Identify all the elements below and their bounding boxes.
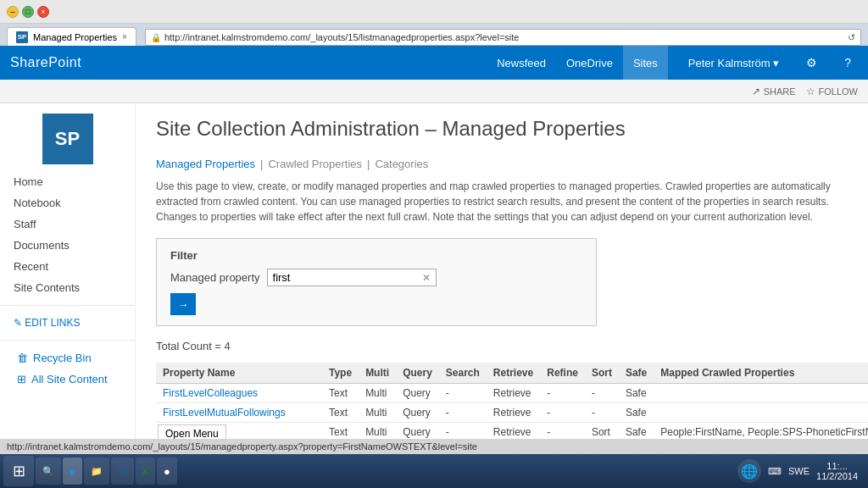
- status-bar: http://intranet.kalmstromdemo.com/_layou…: [0, 439, 868, 454]
- sort-cell-0: -: [585, 384, 619, 403]
- start-button[interactable]: ⊞: [3, 456, 34, 476]
- taskbar-chrome[interactable]: ●: [157, 458, 177, 476]
- address-bar[interactable]: 🔒 http://intranet.kalmstromdemo.com/_lay…: [145, 29, 861, 46]
- table-row: FirstLevelColleagues Text Multi Query - …: [156, 384, 868, 403]
- sidebar-brand: SP: [42, 114, 93, 164]
- sidebar-item-recycle-bin[interactable]: 🗑 Recycle Bin: [0, 347, 135, 369]
- sp-header: SharePoint Newsfeed OneDrive Sites Peter…: [0, 46, 868, 80]
- property-link-0[interactable]: FirstLevelColleagues: [163, 387, 258, 399]
- nav-newsfeed[interactable]: Newsfeed: [487, 46, 556, 80]
- col-multi: Multi: [359, 363, 396, 384]
- refresh-icon[interactable]: ↺: [848, 32, 855, 43]
- browser-titlebar: – □ ×: [0, 0, 868, 24]
- filter-label: Managed property: [170, 271, 260, 284]
- search-cell-1: -: [439, 403, 487, 423]
- sidebar-item-staff[interactable]: Staff: [0, 214, 135, 235]
- mapped-cell-1: [654, 403, 868, 423]
- tab-favicon: SP: [16, 31, 28, 43]
- multi-cell-0: Multi: [359, 384, 396, 403]
- multi-cell-1: Multi: [359, 403, 396, 423]
- address-text: http://intranet.kalmstromdemo.com/_layou…: [164, 32, 841, 42]
- sidebar-site-contents-label: Site Contents: [14, 281, 80, 294]
- taskbar-ie[interactable]: e: [63, 458, 82, 476]
- taskbar-word-icon: W: [118, 466, 126, 476]
- breadcrumb-managed-properties[interactable]: Managed Properties: [156, 158, 255, 170]
- filter-go-row: →: [170, 293, 582, 315]
- tab-title: Managed Properties: [33, 32, 117, 42]
- taskbar-excel[interactable]: X: [136, 458, 155, 476]
- sidebar-item-documents[interactable]: Documents: [0, 235, 135, 256]
- refine-cell-0: -: [540, 384, 585, 403]
- user-name: Peter Kalmström ▾: [688, 57, 779, 69]
- breadcrumb-crawled-properties[interactable]: Crawled Properties: [268, 158, 362, 170]
- follow-label: FOLLOW: [819, 86, 858, 97]
- taskbar-date-display: 11/2/2014: [816, 471, 858, 476]
- sidebar-staff-label: Staff: [14, 218, 36, 230]
- sort-cell-1: -: [585, 403, 619, 423]
- taskbar-search-icon: 🔍: [42, 466, 54, 477]
- filter-input[interactable]: [273, 271, 419, 284]
- property-name-cell: FirstLevelColleagues: [156, 384, 322, 403]
- col-safe: Safe: [619, 363, 654, 384]
- nav-sites[interactable]: Sites: [623, 46, 668, 80]
- security-icon: 🔒: [151, 33, 161, 42]
- retrieve-cell-1: Retrieve: [487, 403, 540, 423]
- sidebar-divider: [0, 305, 135, 306]
- property-link-1[interactable]: FirstLevelMutualFollowings: [163, 407, 286, 419]
- share-button[interactable]: ↗ SHARE: [752, 86, 796, 97]
- filter-clear-button[interactable]: ✕: [422, 272, 431, 284]
- recycle-bin-label: Recycle Bin: [33, 352, 92, 364]
- help-icon[interactable]: ?: [837, 56, 858, 69]
- recycle-bin-icon: 🗑: [17, 352, 28, 364]
- taskbar-chrome-icon: ●: [164, 465, 170, 477]
- col-search: Search: [439, 363, 487, 384]
- nav-onedrive[interactable]: OneDrive: [556, 46, 623, 80]
- taskbar: ⊞ 🔍 e 📁 W X ● 🌐 ⌨ SWE 11:... 11/2/2014: [0, 454, 868, 476]
- sidebar-item-recent[interactable]: Recent: [0, 256, 135, 277]
- col-sort: Sort: [585, 363, 619, 384]
- taskbar-lang: SWE: [788, 466, 810, 476]
- page-description: Use this page to view, create, or modify…: [156, 179, 834, 225]
- col-query: Query: [396, 363, 439, 384]
- close-button[interactable]: ×: [37, 6, 49, 18]
- maximize-button[interactable]: □: [22, 6, 34, 18]
- sidebar-item-site-contents[interactable]: Site Contents: [0, 277, 135, 298]
- sidebar-recent-label: Recent: [14, 260, 48, 273]
- tab-close-button[interactable]: ×: [122, 32, 127, 42]
- query-cell-1: Query: [396, 403, 439, 423]
- tab-bar: SP Managed Properties × 🔒 http://intrane…: [0, 24, 868, 46]
- sidebar: SP Home Notebook Staff Documents Recent …: [0, 103, 136, 476]
- sidebar-notebook-label: Notebook: [14, 197, 61, 209]
- sidebar-item-all-site-content[interactable]: ⊞ All Site Content: [0, 369, 135, 390]
- sidebar-divider-2: [0, 340, 135, 341]
- share-icon: ↗: [752, 86, 760, 97]
- sp-logo: SharePoint: [10, 55, 81, 70]
- settings-icon[interactable]: ⚙: [799, 56, 824, 69]
- user-menu[interactable]: Peter Kalmström ▾: [682, 57, 786, 69]
- follow-button[interactable]: ☆ FOLLOW: [806, 86, 858, 97]
- minimize-button[interactable]: –: [7, 6, 19, 18]
- refine-cell-1: -: [540, 403, 585, 423]
- type-cell-1: Text: [322, 403, 359, 423]
- table-row: FirstLevelMutualFollowings Text Multi Qu…: [156, 403, 868, 423]
- all-site-content-icon: ⊞: [17, 373, 26, 385]
- sp-nav-links: Newsfeed OneDrive Sites: [487, 46, 668, 80]
- status-url: http://intranet.kalmstromdemo.com/_layou…: [7, 441, 477, 452]
- taskbar-globe-icon: 🌐: [737, 459, 761, 476]
- taskbar-explorer[interactable]: 📁: [84, 458, 109, 476]
- breadcrumb: Managed Properties | Crawled Properties …: [156, 158, 848, 170]
- taskbar-search[interactable]: 🔍: [36, 458, 61, 476]
- filter-go-button[interactable]: →: [170, 293, 196, 315]
- star-icon: ☆: [806, 86, 815, 97]
- browser-tab[interactable]: SP Managed Properties ×: [7, 27, 136, 46]
- taskbar-explorer-icon: 📁: [91, 466, 103, 477]
- sidebar-item-home[interactable]: Home: [0, 171, 135, 192]
- mapped-cell-0: [654, 384, 868, 403]
- edit-links-button[interactable]: ✎ EDIT LINKS: [0, 313, 135, 333]
- taskbar-word[interactable]: W: [111, 458, 133, 476]
- windows-icon: ⊞: [13, 462, 25, 476]
- filter-box: Filter Managed property ✕ →: [156, 238, 597, 326]
- sidebar-item-notebook[interactable]: Notebook: [0, 192, 135, 214]
- taskbar-ie-icon: e: [70, 465, 75, 477]
- breadcrumb-categories[interactable]: Categories: [375, 158, 428, 170]
